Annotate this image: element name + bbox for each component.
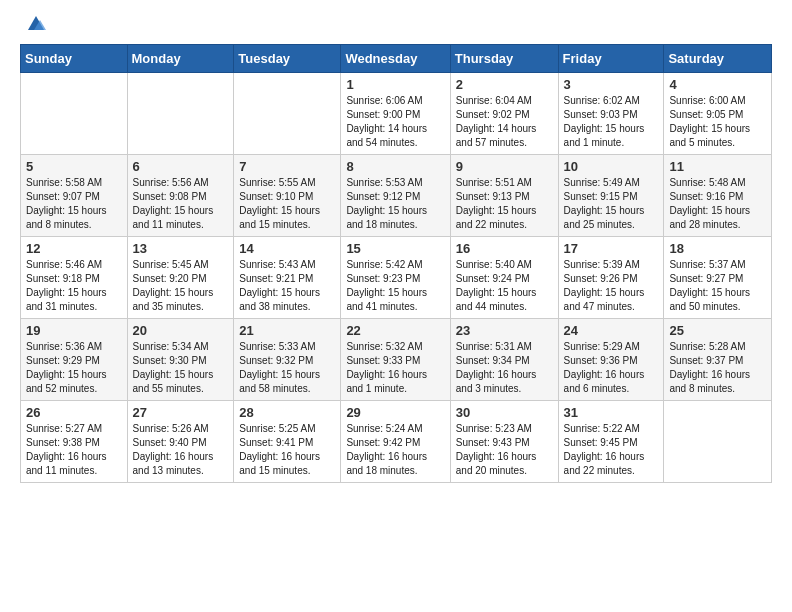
day-info: Sunrise: 5:33 AM Sunset: 9:32 PM Dayligh… bbox=[239, 340, 335, 396]
week-row-5: 26Sunrise: 5:27 AM Sunset: 9:38 PM Dayli… bbox=[21, 401, 772, 483]
calendar-cell: 5Sunrise: 5:58 AM Sunset: 9:07 PM Daylig… bbox=[21, 155, 128, 237]
day-info: Sunrise: 6:00 AM Sunset: 9:05 PM Dayligh… bbox=[669, 94, 766, 150]
calendar-cell: 13Sunrise: 5:45 AM Sunset: 9:20 PM Dayli… bbox=[127, 237, 234, 319]
day-number: 29 bbox=[346, 405, 444, 420]
day-number: 12 bbox=[26, 241, 122, 256]
day-info: Sunrise: 5:23 AM Sunset: 9:43 PM Dayligh… bbox=[456, 422, 553, 478]
day-number: 22 bbox=[346, 323, 444, 338]
day-number: 6 bbox=[133, 159, 229, 174]
day-number: 25 bbox=[669, 323, 766, 338]
day-info: Sunrise: 5:27 AM Sunset: 9:38 PM Dayligh… bbox=[26, 422, 122, 478]
day-number: 26 bbox=[26, 405, 122, 420]
week-row-2: 5Sunrise: 5:58 AM Sunset: 9:07 PM Daylig… bbox=[21, 155, 772, 237]
day-number: 15 bbox=[346, 241, 444, 256]
calendar-cell bbox=[21, 73, 128, 155]
day-info: Sunrise: 5:28 AM Sunset: 9:37 PM Dayligh… bbox=[669, 340, 766, 396]
weekday-header-row: SundayMondayTuesdayWednesdayThursdayFrid… bbox=[21, 45, 772, 73]
weekday-header-friday: Friday bbox=[558, 45, 664, 73]
day-info: Sunrise: 5:37 AM Sunset: 9:27 PM Dayligh… bbox=[669, 258, 766, 314]
week-row-4: 19Sunrise: 5:36 AM Sunset: 9:29 PM Dayli… bbox=[21, 319, 772, 401]
header-area bbox=[20, 16, 772, 36]
day-number: 5 bbox=[26, 159, 122, 174]
calendar-cell: 2Sunrise: 6:04 AM Sunset: 9:02 PM Daylig… bbox=[450, 73, 558, 155]
day-number: 8 bbox=[346, 159, 444, 174]
day-info: Sunrise: 5:24 AM Sunset: 9:42 PM Dayligh… bbox=[346, 422, 444, 478]
calendar-cell: 29Sunrise: 5:24 AM Sunset: 9:42 PM Dayli… bbox=[341, 401, 450, 483]
calendar-cell: 6Sunrise: 5:56 AM Sunset: 9:08 PM Daylig… bbox=[127, 155, 234, 237]
calendar-cell: 18Sunrise: 5:37 AM Sunset: 9:27 PM Dayli… bbox=[664, 237, 772, 319]
weekday-header-tuesday: Tuesday bbox=[234, 45, 341, 73]
day-info: Sunrise: 5:53 AM Sunset: 9:12 PM Dayligh… bbox=[346, 176, 444, 232]
day-number: 21 bbox=[239, 323, 335, 338]
day-info: Sunrise: 5:22 AM Sunset: 9:45 PM Dayligh… bbox=[564, 422, 659, 478]
day-info: Sunrise: 5:55 AM Sunset: 9:10 PM Dayligh… bbox=[239, 176, 335, 232]
calendar-table: SundayMondayTuesdayWednesdayThursdayFrid… bbox=[20, 44, 772, 483]
calendar-cell: 3Sunrise: 6:02 AM Sunset: 9:03 PM Daylig… bbox=[558, 73, 664, 155]
calendar-cell: 26Sunrise: 5:27 AM Sunset: 9:38 PM Dayli… bbox=[21, 401, 128, 483]
day-info: Sunrise: 5:39 AM Sunset: 9:26 PM Dayligh… bbox=[564, 258, 659, 314]
day-number: 17 bbox=[564, 241, 659, 256]
day-number: 2 bbox=[456, 77, 553, 92]
calendar-cell: 11Sunrise: 5:48 AM Sunset: 9:16 PM Dayli… bbox=[664, 155, 772, 237]
day-info: Sunrise: 5:51 AM Sunset: 9:13 PM Dayligh… bbox=[456, 176, 553, 232]
day-info: Sunrise: 5:56 AM Sunset: 9:08 PM Dayligh… bbox=[133, 176, 229, 232]
calendar-cell: 23Sunrise: 5:31 AM Sunset: 9:34 PM Dayli… bbox=[450, 319, 558, 401]
calendar-cell: 21Sunrise: 5:33 AM Sunset: 9:32 PM Dayli… bbox=[234, 319, 341, 401]
day-number: 9 bbox=[456, 159, 553, 174]
calendar-cell: 9Sunrise: 5:51 AM Sunset: 9:13 PM Daylig… bbox=[450, 155, 558, 237]
calendar-cell: 1Sunrise: 6:06 AM Sunset: 9:00 PM Daylig… bbox=[341, 73, 450, 155]
day-info: Sunrise: 5:26 AM Sunset: 9:40 PM Dayligh… bbox=[133, 422, 229, 478]
calendar-cell: 12Sunrise: 5:46 AM Sunset: 9:18 PM Dayli… bbox=[21, 237, 128, 319]
day-info: Sunrise: 5:48 AM Sunset: 9:16 PM Dayligh… bbox=[669, 176, 766, 232]
calendar-cell: 19Sunrise: 5:36 AM Sunset: 9:29 PM Dayli… bbox=[21, 319, 128, 401]
calendar-cell: 7Sunrise: 5:55 AM Sunset: 9:10 PM Daylig… bbox=[234, 155, 341, 237]
calendar-cell bbox=[127, 73, 234, 155]
day-info: Sunrise: 6:02 AM Sunset: 9:03 PM Dayligh… bbox=[564, 94, 659, 150]
calendar-cell: 16Sunrise: 5:40 AM Sunset: 9:24 PM Dayli… bbox=[450, 237, 558, 319]
day-number: 3 bbox=[564, 77, 659, 92]
day-number: 18 bbox=[669, 241, 766, 256]
logo-icon bbox=[24, 12, 48, 36]
day-info: Sunrise: 6:06 AM Sunset: 9:00 PM Dayligh… bbox=[346, 94, 444, 150]
day-info: Sunrise: 5:43 AM Sunset: 9:21 PM Dayligh… bbox=[239, 258, 335, 314]
day-info: Sunrise: 5:34 AM Sunset: 9:30 PM Dayligh… bbox=[133, 340, 229, 396]
day-number: 7 bbox=[239, 159, 335, 174]
day-number: 16 bbox=[456, 241, 553, 256]
calendar-cell: 25Sunrise: 5:28 AM Sunset: 9:37 PM Dayli… bbox=[664, 319, 772, 401]
day-info: Sunrise: 6:04 AM Sunset: 9:02 PM Dayligh… bbox=[456, 94, 553, 150]
day-number: 30 bbox=[456, 405, 553, 420]
day-number: 31 bbox=[564, 405, 659, 420]
calendar-cell bbox=[664, 401, 772, 483]
page: SundayMondayTuesdayWednesdayThursdayFrid… bbox=[0, 0, 792, 499]
calendar-cell: 22Sunrise: 5:32 AM Sunset: 9:33 PM Dayli… bbox=[341, 319, 450, 401]
day-number: 13 bbox=[133, 241, 229, 256]
calendar-cell: 14Sunrise: 5:43 AM Sunset: 9:21 PM Dayli… bbox=[234, 237, 341, 319]
day-info: Sunrise: 5:36 AM Sunset: 9:29 PM Dayligh… bbox=[26, 340, 122, 396]
weekday-header-sunday: Sunday bbox=[21, 45, 128, 73]
day-number: 20 bbox=[133, 323, 229, 338]
day-number: 11 bbox=[669, 159, 766, 174]
calendar-cell: 20Sunrise: 5:34 AM Sunset: 9:30 PM Dayli… bbox=[127, 319, 234, 401]
day-info: Sunrise: 5:40 AM Sunset: 9:24 PM Dayligh… bbox=[456, 258, 553, 314]
day-number: 19 bbox=[26, 323, 122, 338]
day-number: 23 bbox=[456, 323, 553, 338]
day-number: 28 bbox=[239, 405, 335, 420]
calendar-cell: 15Sunrise: 5:42 AM Sunset: 9:23 PM Dayli… bbox=[341, 237, 450, 319]
weekday-header-monday: Monday bbox=[127, 45, 234, 73]
day-info: Sunrise: 5:25 AM Sunset: 9:41 PM Dayligh… bbox=[239, 422, 335, 478]
week-row-1: 1Sunrise: 6:06 AM Sunset: 9:00 PM Daylig… bbox=[21, 73, 772, 155]
logo bbox=[20, 16, 48, 36]
weekday-header-saturday: Saturday bbox=[664, 45, 772, 73]
day-number: 27 bbox=[133, 405, 229, 420]
day-info: Sunrise: 5:42 AM Sunset: 9:23 PM Dayligh… bbox=[346, 258, 444, 314]
day-number: 24 bbox=[564, 323, 659, 338]
day-info: Sunrise: 5:32 AM Sunset: 9:33 PM Dayligh… bbox=[346, 340, 444, 396]
weekday-header-wednesday: Wednesday bbox=[341, 45, 450, 73]
calendar-cell: 31Sunrise: 5:22 AM Sunset: 9:45 PM Dayli… bbox=[558, 401, 664, 483]
day-number: 4 bbox=[669, 77, 766, 92]
day-info: Sunrise: 5:45 AM Sunset: 9:20 PM Dayligh… bbox=[133, 258, 229, 314]
day-number: 10 bbox=[564, 159, 659, 174]
calendar-cell: 28Sunrise: 5:25 AM Sunset: 9:41 PM Dayli… bbox=[234, 401, 341, 483]
day-info: Sunrise: 5:58 AM Sunset: 9:07 PM Dayligh… bbox=[26, 176, 122, 232]
day-info: Sunrise: 5:49 AM Sunset: 9:15 PM Dayligh… bbox=[564, 176, 659, 232]
